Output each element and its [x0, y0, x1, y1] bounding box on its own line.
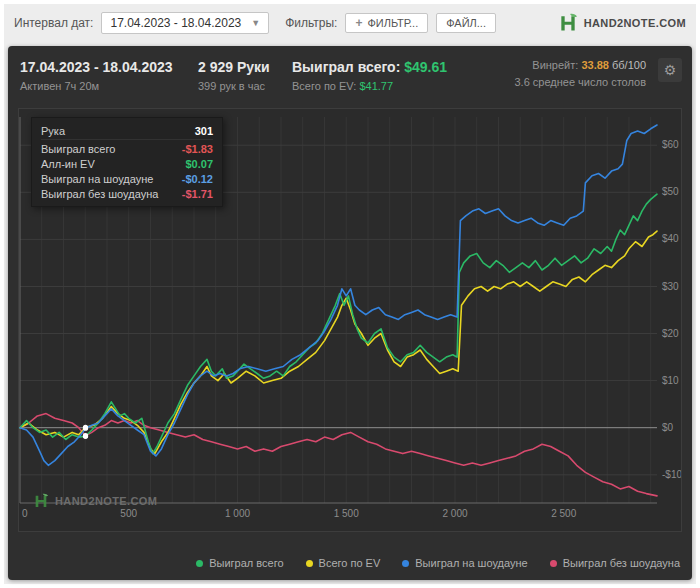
legend-dot-icon	[550, 560, 557, 567]
file-button[interactable]: ФАЙЛ...	[436, 13, 496, 33]
legend-item[interactable]: Выиграл на шоудауне	[402, 557, 527, 569]
date-interval-label: Интервал дат:	[14, 16, 93, 30]
hand2note-logo-icon	[558, 13, 578, 33]
legend-item[interactable]: Выиграл без шоудауна	[550, 557, 680, 569]
svg-text:$40: $40	[662, 233, 679, 244]
svg-text:$20: $20	[662, 328, 679, 339]
svg-text:2 500: 2 500	[551, 508, 576, 519]
legend-label: Выиграл без шоудауна	[563, 557, 680, 569]
top-toolbar: Интервал дат: 17.04.2023 - 18.04.2023 ▼ …	[4, 4, 696, 42]
svg-text:-$10: -$10	[662, 469, 681, 480]
ev-total-label: Всего по EV:	[292, 80, 356, 92]
plus-icon: +	[355, 17, 362, 29]
winrate-label: Винрейт:	[532, 59, 578, 71]
legend-dot-icon	[402, 560, 409, 567]
header-hands-block: 2 929 Руки 399 рук в час	[198, 59, 270, 92]
chart-area: -$10$0$10$20$30$40$50$6005001 0001 5002 …	[18, 108, 682, 532]
settings-button[interactable]: ⚙	[658, 58, 682, 82]
series-line	[20, 414, 657, 496]
svg-text:$50: $50	[662, 186, 679, 197]
svg-text:0: 0	[22, 508, 28, 519]
brand-text: HAND2NOTE.COM	[584, 17, 686, 29]
hand2note-logo-icon	[33, 493, 49, 509]
won-total-value: $49.61	[404, 59, 447, 75]
tooltip-row-nonshowdown: Выиграл без шоудауна -$1.71	[41, 186, 213, 201]
tooltip-row-hand: Рука 301	[41, 123, 213, 140]
legend-item[interactable]: Выиграл всего	[196, 557, 283, 569]
chevron-down-icon: ▼	[251, 18, 260, 28]
hands-per-hour: 399 рук в час	[198, 80, 270, 92]
session-active-time: Активен 7ч 20м	[20, 80, 173, 92]
header-winrate-block: Винрейт: 33.88 бб/100 3.6 среднее число …	[514, 59, 646, 88]
header-winnings-block: Выиграл всего: $49.61 Всего по EV: $41.7…	[292, 59, 447, 92]
ev-total-value: $41.77	[359, 80, 393, 92]
legend-label: Выиграл всего	[209, 557, 283, 569]
winrate-units: бб/100	[612, 59, 646, 71]
svg-text:$30: $30	[662, 281, 679, 292]
date-interval-dropdown[interactable]: 17.04.2023 - 18.04.2023 ▼	[101, 12, 269, 34]
legend-label: Всего по EV	[319, 557, 381, 569]
svg-text:1 500: 1 500	[334, 508, 359, 519]
svg-text:$0: $0	[662, 422, 674, 433]
series-line	[20, 194, 657, 453]
session-panel: 17.04.2023 - 18.04.2023 Активен 7ч 20м 2…	[8, 46, 692, 580]
filters-label: Фильтры:	[285, 16, 337, 30]
won-total-label: Выиграл всего:	[292, 59, 400, 75]
svg-text:500: 500	[120, 508, 137, 519]
tooltip-row-won-total: Выиграл всего -$1.83	[41, 141, 213, 156]
header-date-block: 17.04.2023 - 18.04.2023 Активен 7ч 20м	[20, 59, 173, 92]
svg-text:2 000: 2 000	[442, 508, 467, 519]
avg-tables: 3.6 среднее число столов	[514, 76, 646, 88]
watermark-text: HAND2NOTE.COM	[55, 495, 157, 507]
hand2note-brand[interactable]: HAND2NOTE.COM	[558, 13, 686, 33]
svg-text:$60: $60	[662, 139, 679, 150]
legend-dot-icon	[306, 560, 313, 567]
chart-tooltip: Рука 301 Выиграл всего -$1.83 Алл-ин EV …	[31, 117, 223, 207]
legend-label: Выиграл на шоудауне	[415, 557, 527, 569]
winrate-value: 33.88	[581, 59, 609, 71]
add-filter-button[interactable]: + ФИЛЬТР...	[345, 13, 428, 33]
session-date-range: 17.04.2023 - 18.04.2023	[20, 59, 173, 75]
tooltip-row-allin-ev: Алл-ин EV $0.07	[41, 156, 213, 171]
svg-text:$10: $10	[662, 375, 679, 386]
chart-legend: Выиграл всегоВсего по EVВыиграл на шоуда…	[18, 553, 680, 573]
date-interval-value: 17.04.2023 - 18.04.2023	[110, 16, 241, 30]
svg-text:1 000: 1 000	[225, 508, 250, 519]
gear-icon: ⚙	[664, 63, 677, 77]
hands-count: 2 929 Руки	[198, 59, 270, 75]
legend-dot-icon	[196, 560, 203, 567]
chart-watermark: HAND2NOTE.COM	[33, 493, 157, 509]
legend-item[interactable]: Всего по EV	[306, 557, 381, 569]
tooltip-row-showdown: Выиграл на шоудауне -$0.12	[41, 171, 213, 186]
